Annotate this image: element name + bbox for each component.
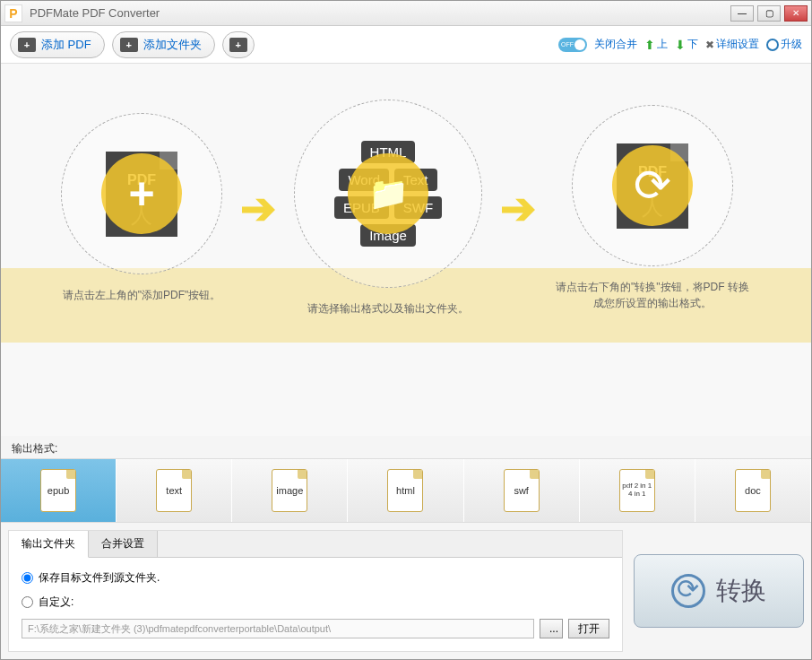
bottom-panel: 输出文件夹 合并设置 保存目标文件到源文件夹. 自定义: ... <box>1 523 811 659</box>
step-3-text: 请点击右下角的"转换"按钮，将PDF 转换成您所设置的输出格式。 <box>554 279 751 311</box>
arrow-down-icon: ⬇ <box>675 38 686 52</box>
radio-source-label: 保存目标文件到源文件夹. <box>39 570 160 586</box>
add-pdf-small-button[interactable] <box>222 31 255 58</box>
upgrade-button[interactable]: 升级 <box>766 37 802 52</box>
format-image-icon: image <box>272 469 307 512</box>
format-selector: epub text image html swf pdf 2 in 1 4 in… <box>1 458 811 523</box>
toolbar: 添加 PDF 添加文件夹 关闭合并 ⬆上 ⬇下 ✖详细设置 升级 <box>1 26 811 64</box>
browse-button[interactable]: ... <box>540 619 563 638</box>
format-text-icon: text <box>156 469 192 512</box>
arrow-icon: ➔ <box>500 183 536 233</box>
format-image[interactable]: image <box>232 459 348 522</box>
radio-custom[interactable] <box>22 596 33 608</box>
format-pdf[interactable]: pdf 2 in 1 4 in 1 <box>580 459 695 522</box>
tab-output-folder[interactable]: 输出文件夹 <box>9 531 89 558</box>
globe-icon <box>766 39 779 51</box>
output-body: 保存目标文件到源文件夹. 自定义: ... 打开 <box>9 558 622 651</box>
format-epub-icon: epub <box>40 469 76 512</box>
output-tabs: 输出文件夹 合并设置 <box>9 531 622 558</box>
format-swf-icon: swf <box>504 469 540 512</box>
step-2: HTML Word Text EPUB SWF Image <box>294 100 482 317</box>
format-pdf-icon: pdf 2 in 1 4 in 1 <box>619 469 655 512</box>
move-down-button[interactable]: ⬇下 <box>675 37 698 52</box>
minimize-button[interactable]: — <box>730 5 754 22</box>
gear-icon: ✖ <box>705 39 714 51</box>
output-path-input[interactable] <box>22 619 534 638</box>
convert-button[interactable]: 转换 <box>634 554 804 628</box>
step-1: PDF 人 请点击左上角的"添加PDF"按钮。 <box>61 113 222 303</box>
add-folder-icon <box>120 38 138 52</box>
arrow-up-icon: ⬆ <box>644 38 655 52</box>
format-html[interactable]: html <box>348 459 463 522</box>
radio-custom-label: 自定义: <box>39 595 73 610</box>
convert-label: 转换 <box>716 574 766 608</box>
close-button[interactable]: ✕ <box>784 5 808 22</box>
plus-overlay-icon <box>101 153 182 234</box>
canvas: PDF 人 请点击左上角的"添加PDF"按钮。 ➔ HTML Word <box>1 64 811 436</box>
add-pdf-icon <box>18 38 36 52</box>
format-doc-icon: doc <box>735 469 771 512</box>
step-2-text: 请选择输出格式以及输出文件夹。 <box>307 300 469 317</box>
output-panel: 输出文件夹 合并设置 保存目标文件到源文件夹. 自定义: ... <box>8 530 623 652</box>
app-window: P PDFMate PDF Converter — ▢ ✕ 添加 PDF 添加文… <box>0 0 812 660</box>
add-pdf-button[interactable]: 添加 PDF <box>10 31 105 58</box>
step-2-circle: HTML Word Text EPUB SWF Image <box>294 100 482 288</box>
radio-save-to-source[interactable] <box>22 572 33 584</box>
maximize-button[interactable]: ▢ <box>757 5 781 22</box>
tab-merge-settings[interactable]: 合并设置 <box>89 531 158 557</box>
format-text[interactable]: text <box>117 459 232 522</box>
open-button[interactable]: 打开 <box>568 619 609 638</box>
step-1-text: 请点击左上角的"添加PDF"按钮。 <box>63 287 221 303</box>
refresh-overlay-icon <box>612 145 693 226</box>
titlebar: P PDFMate PDF Converter — ▢ ✕ <box>1 1 811 26</box>
main-area: PDF 人 请点击左上角的"添加PDF"按钮。 ➔ HTML Word <box>1 64 811 659</box>
merge-toggle[interactable] <box>558 38 587 52</box>
add-folder-button[interactable]: 添加文件夹 <box>112 31 215 58</box>
settings-button[interactable]: ✖详细设置 <box>705 37 759 52</box>
app-logo-icon: P <box>4 4 22 22</box>
format-doc[interactable]: doc <box>695 459 811 522</box>
step-3: PDF 人 请点击右下角的"转换"按钮，将PDF 转换成您所设置的输出格式。 <box>554 105 751 311</box>
convert-icon <box>671 574 705 608</box>
merge-toggle-label[interactable]: 关闭合并 <box>594 37 637 52</box>
add-pdf-label: 添加 PDF <box>41 37 91 53</box>
window-title: PDFMate PDF Converter <box>30 6 730 20</box>
arrow-icon: ➔ <box>240 183 276 233</box>
format-swf[interactable]: swf <box>464 459 580 522</box>
add-folder-label: 添加文件夹 <box>143 37 202 53</box>
move-up-button[interactable]: ⬆上 <box>644 37 668 52</box>
output-format-label: 输出格式: <box>1 436 811 458</box>
step-1-circle: PDF 人 <box>61 113 222 274</box>
pdf-icon <box>229 38 247 52</box>
format-epub[interactable]: epub <box>1 459 117 522</box>
folder-overlay-icon <box>348 153 428 234</box>
steps-row: PDF 人 请点击左上角的"添加PDF"按钮。 ➔ HTML Word <box>1 100 811 317</box>
step-3-circle: PDF 人 <box>572 105 733 266</box>
format-html-icon: html <box>387 469 423 512</box>
